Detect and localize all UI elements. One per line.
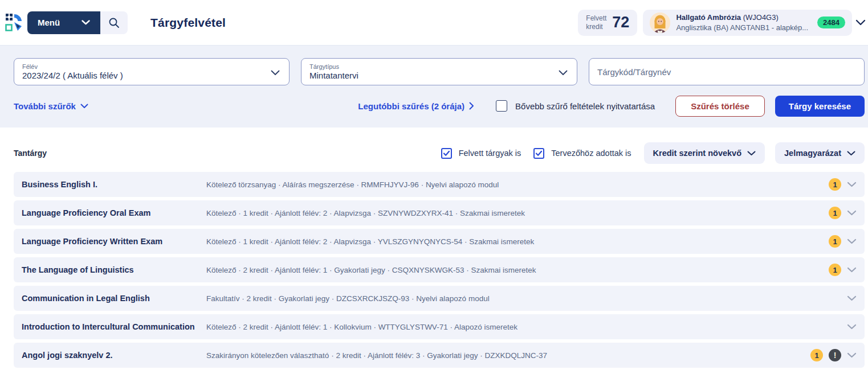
subject-search-field [589,58,865,85]
course-details: Kötelező törzsanyag · Aláírás megszerzés… [206,180,823,189]
course-row[interactable]: Angol jogi szaknyelv 2. Szakirányon köte… [14,343,865,368]
table-header-controls: Felvett tárgyak is Tervezőhöz adottak is… [429,142,865,164]
course-name: Angol jogi szaknyelv 2. [22,351,206,360]
subject-search-input[interactable] [597,67,856,77]
course-row[interactable]: Language Proficiency Oral Exam Kötelező … [14,200,865,225]
table-header: Tantárgy Felvett tárgyak is Tervezőhöz a… [14,142,865,164]
credit-label: Felvett kredit [586,14,606,31]
extended-filter-checkbox[interactable] [496,100,507,112]
chevron-down-icon[interactable] [847,267,857,273]
course-row[interactable]: Language Proficiency Written Exam Kötele… [14,229,865,254]
clear-filter-button[interactable]: Szűrés törlése [675,96,765,117]
subject-type-value: Mintatantervi [309,71,569,80]
course-row[interactable]: Communication in Legal English Fakultatí… [14,286,865,311]
avatar [650,13,670,33]
credit-value: 72 [612,14,629,31]
filter-actions-row: További szűrők Legutóbbi szűrés (2 órája… [14,96,865,116]
user-info: Hallgató Ambrózia (WJO4G3) Anglisztika (… [676,13,808,32]
neptun-logo-icon [5,13,23,32]
course-details: Kötelező · 2 kredit · Ajánlott félév: 1 … [206,323,841,331]
table-title: Tantárgy [14,149,47,158]
planner-subjects-checkbox-wrap[interactable]: Tervezőhöz adottak is [533,148,631,159]
course-details: Kötelező · 2 kredit · Ajánlott félév: 1 … [206,266,823,274]
sort-dropdown[interactable]: Kredit szerint növekvő [644,142,765,164]
recent-filter-link[interactable]: Legutóbbi szűrés (2 órája) [358,101,474,111]
chevron-down-icon [847,151,855,156]
header-right: Felvett kredit 72 Hall [578,10,866,36]
course-details: Fakultatív · 2 kredit · Gyakorlati jegy … [206,294,841,303]
enrolled-subjects-checkbox-wrap[interactable]: Felvett tárgyak is [441,148,521,159]
filter-section: Félév 2023/24/2 ( Aktuális félév ) Tárgy… [0,46,868,128]
course-name: Language Proficiency Oral Exam [22,208,206,217]
semester-label: Félév [22,63,281,70]
chevron-down-icon [559,68,568,78]
course-name: Communication in Legal English [22,294,206,303]
count-badge: 1 [810,349,823,361]
count-badge: 1 [829,178,841,191]
chevron-down-icon[interactable] [847,352,857,358]
notification-badge[interactable]: 2484 [817,17,845,28]
enrolled-subjects-label: Felvett tárgyak is [459,149,521,158]
course-name: The Language of Linguistics [22,265,206,274]
course-name: Language Proficiency Written Exam [22,237,206,246]
course-list: Business English I. Kötelező törzsanyag … [14,172,865,368]
user-name-line: Hallgató Ambrózia (WJO4G3) [676,13,808,23]
subject-type-select[interactable]: Tárgytípus Mintatantervi [301,58,577,85]
chevron-down-icon[interactable] [847,182,857,187]
search-icon [108,17,120,28]
user-name: Hallgató Ambrózia [676,13,741,22]
legend-label: Jelmagyarázat [784,149,841,158]
course-details: Szakirányon kötelezően választható · 2 k… [206,351,805,360]
course-name: Introduction to Intercultural Communicat… [22,322,206,331]
course-details: Kötelező · 1 kredit · Ajánlott félév: 2 … [206,209,823,217]
course-details: Kötelező · 1 kredit · Ajánlott félév: 2 … [206,237,823,246]
sort-label: Kredit szerint növekvő [653,149,742,158]
search-button[interactable] [100,11,128,34]
menu-button[interactable]: Menü [27,11,100,34]
user-menu[interactable]: Hallgató Ambrózia (WJO4G3) Anglisztika (… [643,10,852,36]
more-filters-label: További szűrők [14,101,76,111]
page-title: Tárgyfelvétel [150,16,226,30]
course-name: Business English I. [22,180,206,189]
course-row[interactable]: Introduction to Intercultural Communicat… [14,314,865,339]
credit-chip: Felvett kredit 72 [578,10,637,36]
filter-fields-row: Félév 2023/24/2 ( Aktuális félév ) Tárgy… [14,58,865,85]
menu-button-label: Menü [38,18,60,27]
subject-type-label: Tárgytípus [309,63,569,70]
legend-dropdown[interactable]: Jelmagyarázat [775,142,865,164]
user-program: Anglisztika (BA) ANGTANB1 - alapkép... [676,23,808,33]
search-subject-button[interactable]: Tárgy keresése [775,96,865,117]
recent-filter-label: Legutóbbi szűrés (2 órája) [358,101,464,111]
count-badge: 1 [829,264,841,276]
chevron-down-icon[interactable] [847,210,857,216]
semester-value: 2023/24/2 ( Aktuális félév ) [22,71,281,80]
warning-icon: ! [829,349,841,361]
extended-filter-checkbox-wrap[interactable]: Bővebb szűrő feltételek nyitvatartása [496,100,655,112]
chevron-down-icon[interactable] [847,239,857,244]
user-menu-chevron-down-icon[interactable] [855,19,866,26]
enrolled-subjects-checkbox[interactable] [441,148,452,159]
chevron-down-icon [747,151,756,156]
planner-subjects-label: Tervezőhöz adottak is [551,149,631,158]
count-badge: 1 [829,235,841,248]
chevron-down-icon[interactable] [847,324,857,330]
extended-filter-label: Bővebb szűrő feltételek nyitvatartása [515,101,655,111]
count-badge: 1 [829,207,841,219]
top-header: Menü Tárgyfelvétel Felvett kredit 72 [0,0,868,46]
more-filters-toggle[interactable]: További szűrők [14,101,88,111]
chevron-down-icon[interactable] [847,295,857,301]
chevron-down-icon [80,104,88,109]
semester-select[interactable]: Félév 2023/24/2 ( Aktuális félév ) [14,58,290,85]
user-code: (WJO4G3) [743,13,779,22]
course-row[interactable]: The Language of Linguistics Kötelező · 2… [14,257,865,282]
chevron-down-icon [271,68,280,78]
chevron-right-icon [469,102,474,110]
course-row[interactable]: Business English I. Kötelező törzsanyag … [14,172,865,197]
chevron-down-icon [81,20,90,25]
planner-subjects-checkbox[interactable] [533,148,544,159]
menu-group: Menü [27,11,128,34]
